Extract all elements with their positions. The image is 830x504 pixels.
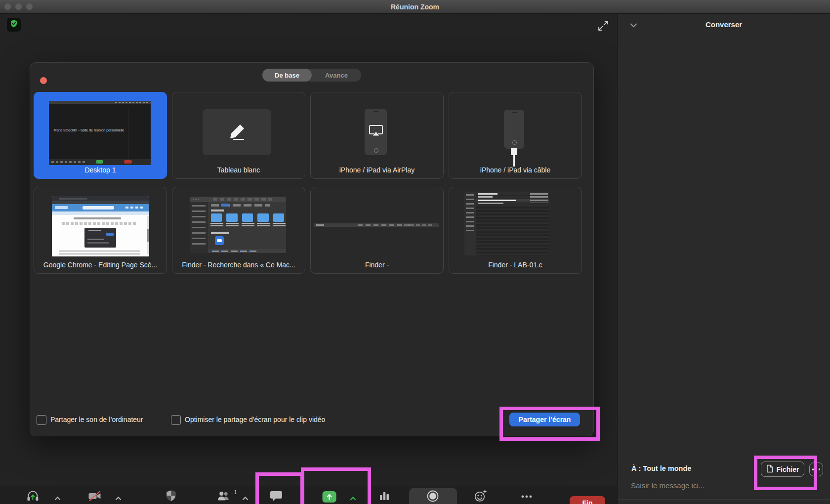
tab-avance[interactable]: Avance: [312, 69, 361, 82]
expand-icon: [597, 20, 609, 34]
highlight-box-share-button: [499, 407, 600, 441]
shield-check-icon: [9, 19, 18, 30]
highlight-box-file-button: [754, 456, 817, 490]
share-tile-finder-empty[interactable]: Finder -: [310, 187, 444, 274]
record-icon: [426, 490, 439, 504]
share-mode-tabs: De base Avance: [262, 69, 361, 82]
share-tile-finder-search[interactable]: Finder - Recherche dans « Ce Mac...: [172, 187, 305, 274]
end-meeting-button[interactable]: Fin: [570, 496, 605, 504]
zoom-meeting-window: Réunion Zoom De base Avance: [0, 0, 830, 504]
window-controls: [4, 3, 33, 10]
audio-options-caret[interactable]: [54, 494, 61, 503]
share-tile-finder-lab[interactable]: Finder - LAB-01.c: [449, 187, 582, 274]
highlight-box-share-toolbar: [301, 467, 371, 504]
tab-de-base[interactable]: De base: [262, 69, 312, 82]
security-shield-icon: [165, 490, 177, 504]
desktop-preview-title: Marie Stoecklin - Salle de réunion perso…: [49, 128, 129, 132]
tile-label: iPhone / iPad via câble: [452, 166, 579, 174]
headphones-icon: [26, 490, 40, 504]
window-titlebar: Réunion Zoom: [0, 0, 830, 14]
share-sound-checkbox[interactable]: [37, 415, 46, 425]
start-video-button[interactable]: Démarrer vidéo: [71, 490, 117, 504]
polls-icon: [378, 490, 390, 504]
phone-icon: [365, 109, 387, 155]
zoom-window-button[interactable]: [26, 3, 33, 10]
fullscreen-button[interactable]: [596, 20, 611, 34]
close-window-button[interactable]: [4, 3, 11, 10]
tile-label: Tableau blanc: [175, 166, 302, 174]
participants-icon: [217, 490, 232, 504]
share-tile-chrome[interactable]: Google Chrome - Editing Page Scé...: [34, 187, 167, 274]
share-tile-iphone-airplay[interactable]: iPhone / iPad via AirPlay: [310, 92, 444, 179]
window-title: Réunion Zoom: [391, 3, 439, 11]
participants-button[interactable]: 1 Participants: [207, 490, 242, 504]
chat-bottom-divider: [618, 499, 830, 500]
video-options-caret[interactable]: [115, 494, 122, 503]
finder-list-thumbnail: [464, 192, 549, 255]
share-tile-iphone-cable[interactable]: iPhone / iPad via câble: [449, 92, 582, 179]
join-audio-button[interactable]: Rejoindre l'audio: [8, 490, 57, 504]
chat-panel: Converser À : Tout le monde Fichier Sais…: [617, 14, 830, 504]
tile-label: Desktop 1: [37, 166, 164, 174]
tile-label: iPhone / iPad via AirPlay: [314, 166, 440, 174]
whiteboard-thumbnail: [203, 109, 271, 155]
chat-recipient[interactable]: À : Tout le monde: [631, 464, 691, 472]
cable-icon: [511, 148, 517, 155]
tile-label: Finder - Recherche dans « Ce Mac...: [175, 261, 302, 269]
highlight-box-chat-toolbar: [255, 472, 304, 504]
airplay-icon: [369, 125, 383, 139]
participants-count-badge: 1: [234, 489, 237, 495]
record-button[interactable]: Enregistrer: [416, 490, 449, 504]
more-button[interactable]: Plus: [520, 490, 533, 504]
share-screen-dialog: De base Avance Marie Stoecklin - Salle d…: [30, 62, 594, 436]
share-tile-whiteboard[interactable]: Tableau blanc: [172, 92, 305, 179]
tile-label: Google Chrome - Editing Page Scé...: [37, 261, 164, 269]
share-tile-desktop-1[interactable]: Marie Stoecklin - Salle de réunion perso…: [34, 92, 167, 179]
reactions-button[interactable]: Réactions: [465, 490, 495, 504]
finder-window-thumbnail: [190, 197, 286, 253]
tile-label: Finder - LAB-01.c: [452, 261, 579, 269]
reactions-icon: [473, 490, 487, 504]
finder-menubar-thumbnail: [314, 223, 439, 227]
phone-icon: [504, 110, 524, 149]
participants-options-caret[interactable]: [242, 494, 249, 503]
minimize-window-button[interactable]: [15, 3, 22, 10]
desktop-preview-thumbnail: Marie Stoecklin - Salle de réunion perso…: [49, 101, 151, 165]
tile-label: Finder -: [314, 261, 440, 269]
chat-message-input[interactable]: Saisir le message ici...: [631, 481, 705, 490]
chat-panel-title: Converser: [618, 20, 830, 29]
more-dots-icon: [520, 493, 533, 501]
share-sound-label: Partager le son de l’ordinateur: [50, 416, 143, 423]
encryption-badge[interactable]: [7, 18, 21, 32]
optimize-video-checkbox[interactable]: [171, 415, 181, 425]
security-button[interactable]: Sécurité: [159, 490, 183, 504]
chrome-window-thumbnail: [52, 196, 149, 256]
polls-button[interactable]: Sondage: [371, 490, 398, 504]
pencil-icon: [226, 121, 248, 144]
dialog-close-button[interactable]: [40, 77, 47, 84]
video-off-icon: [87, 490, 101, 504]
optimize-video-label: Optimiser le partage d'écran pour le cli…: [185, 416, 325, 423]
